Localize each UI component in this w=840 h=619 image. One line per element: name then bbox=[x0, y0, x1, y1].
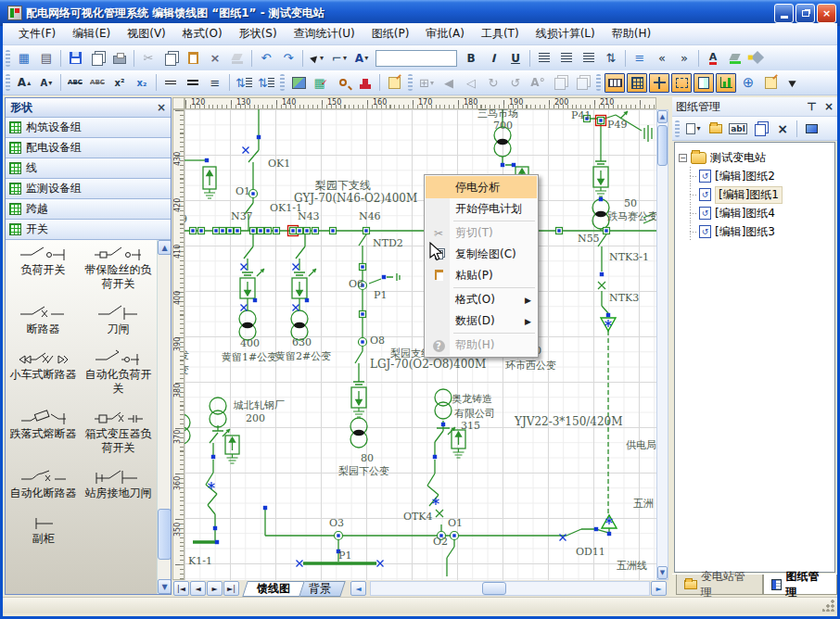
bold-button[interactable]: B bbox=[461, 48, 481, 68]
new-drawing-button[interactable]: ▾ bbox=[683, 119, 704, 138]
ruler-toggle-button[interactable] bbox=[605, 73, 625, 93]
scroll-up-icon[interactable]: ▲ bbox=[158, 240, 171, 255]
text-vertical-button[interactable]: ⇅ bbox=[601, 48, 621, 68]
menu-query-stats[interactable]: 查询统计(U) bbox=[286, 23, 363, 44]
pin-icon[interactable]: ⊤ bbox=[807, 100, 817, 113]
shape-item-auto-load-switch[interactable]: 自动化负荷开关 bbox=[81, 348, 156, 396]
tree-node-drawing4[interactable]: ↺[编辑]图纸4 bbox=[677, 204, 833, 222]
delete-drawing-button[interactable]: × bbox=[772, 119, 793, 138]
toolbar-grip[interactable] bbox=[6, 74, 10, 91]
menu-approval[interactable]: 审批(A) bbox=[417, 23, 473, 44]
chart-toggle-button[interactable] bbox=[716, 73, 736, 93]
indent-decrease-button[interactable]: « bbox=[652, 48, 672, 68]
menu-item-start-outage-plan[interactable]: 开始停电计划 bbox=[426, 198, 537, 220]
close-button[interactable]: × bbox=[817, 4, 836, 23]
pages-toggle-button[interactable] bbox=[694, 73, 714, 93]
shapes-scrollbar[interactable]: ▲ ▼ bbox=[157, 240, 171, 594]
tree-node-drawing2[interactable]: ↺[编辑]图纸2 bbox=[677, 167, 833, 185]
menu-tools[interactable]: 工具(T) bbox=[473, 23, 528, 44]
new-drawing-button[interactable]: ▦ bbox=[14, 48, 34, 68]
menu-line-loss[interactable]: 线损计算(L) bbox=[528, 23, 604, 44]
first-sheet-button[interactable]: |◄ bbox=[173, 581, 189, 596]
toolbar-grip[interactable] bbox=[675, 120, 680, 137]
grid-toggle-button[interactable] bbox=[627, 73, 647, 93]
menu-item-paste[interactable]: 粘贴(P) bbox=[426, 265, 537, 286]
redo-button[interactable]: ↷ bbox=[278, 48, 299, 68]
scroll-down-icon[interactable]: ▼ bbox=[657, 566, 668, 579]
shape-group-structure[interactable]: 构筑设备组 bbox=[6, 118, 171, 138]
v-scroll-thumb[interactable] bbox=[657, 125, 668, 166]
fill-color-button[interactable] bbox=[747, 48, 768, 68]
menu-item-format[interactable]: 格式(O)▶ bbox=[426, 289, 537, 310]
open-drawing-button[interactable] bbox=[706, 119, 726, 138]
next-sheet-button[interactable]: ► bbox=[207, 581, 223, 596]
subscript-button[interactable]: x₂ bbox=[132, 73, 152, 93]
tab-drawing-manager[interactable]: 图纸管理 bbox=[763, 575, 837, 595]
connector-tool-button[interactable]: ⌐▾ bbox=[329, 48, 350, 68]
spacing-increase-button[interactable]: ⇅ bbox=[234, 73, 254, 93]
scroll-down-icon[interactable]: ▼ bbox=[158, 579, 171, 594]
tab-substation-manager[interactable]: 变电站管理 bbox=[676, 575, 763, 595]
underline-button[interactable]: U bbox=[505, 48, 526, 68]
copy-button[interactable] bbox=[160, 48, 181, 68]
shape-item-breaker[interactable]: 断路器 bbox=[6, 303, 81, 336]
restore-button[interactable] bbox=[795, 4, 815, 23]
toolbar-grip[interactable] bbox=[280, 74, 285, 91]
guides-toggle-button[interactable] bbox=[649, 73, 669, 93]
canvas-vertical-scrollbar[interactable]: ▲ ▼ bbox=[656, 109, 668, 580]
shape-item-auto-breaker[interactable]: 自动化断路器 bbox=[6, 467, 81, 500]
title-bar[interactable]: 配电网络可视化管理系统 编辑馈线图 “图纸1” - 测试变电站 × bbox=[0, 0, 840, 26]
pointer-arrow-button[interactable] bbox=[783, 73, 803, 93]
align-right-button[interactable] bbox=[579, 48, 599, 68]
superscript-button[interactable]: x² bbox=[109, 73, 130, 93]
text-tool-button[interactable]: A▾ bbox=[351, 48, 372, 68]
numbering-button[interactable]: ≡ bbox=[630, 48, 650, 68]
italic-button[interactable]: I bbox=[483, 48, 503, 68]
toolbar-grip[interactable] bbox=[6, 50, 10, 67]
pages-button[interactable] bbox=[87, 48, 108, 68]
paste-button[interactable] bbox=[183, 48, 203, 68]
tree-node-station[interactable]: − 测试变电站 bbox=[677, 148, 833, 167]
delete-button[interactable]: × bbox=[205, 48, 225, 68]
align-center-button[interactable] bbox=[556, 48, 577, 68]
selection-toggle-button[interactable] bbox=[671, 73, 692, 93]
line-thick-button[interactable]: ≡ bbox=[205, 73, 225, 93]
properties-button[interactable] bbox=[760, 73, 781, 93]
shape-item-fused-load-switch[interactable]: 带保险丝的负荷开关 bbox=[81, 244, 156, 291]
shapes-close-icon[interactable]: × bbox=[157, 101, 166, 114]
menu-help[interactable]: 帮助(H) bbox=[604, 23, 659, 44]
minimize-button[interactable] bbox=[774, 4, 794, 23]
font-increase-button[interactable]: A▴ bbox=[14, 73, 34, 93]
last-sheet-button[interactable]: ►| bbox=[223, 581, 239, 596]
shape-group-distribution[interactable]: 配电设备组 bbox=[6, 138, 171, 158]
collapse-icon[interactable]: − bbox=[679, 154, 687, 162]
strikethrough-button[interactable]: ABC bbox=[65, 73, 85, 93]
highlight-button[interactable] bbox=[725, 48, 745, 68]
tab-feeder-diagram[interactable]: 馈线图 bbox=[242, 581, 305, 597]
monitor-button[interactable] bbox=[801, 119, 821, 138]
stamp-button[interactable] bbox=[355, 73, 375, 93]
menu-shape[interactable]: 形状(S) bbox=[231, 23, 286, 44]
font-name-combo[interactable] bbox=[375, 50, 457, 67]
shape-group-switch[interactable]: 开关 bbox=[6, 220, 171, 240]
h-scroll-thumb[interactable] bbox=[482, 582, 506, 595]
save-button[interactable] bbox=[65, 48, 85, 68]
shape-item-drop-fuse[interactable]: 跌落式熔断器 bbox=[6, 408, 81, 455]
image-button[interactable] bbox=[288, 73, 309, 93]
shape-item-station-ground-knife[interactable]: 站房接地刀闸 bbox=[81, 467, 156, 500]
table-check-button[interactable]: ▦✓ bbox=[311, 73, 331, 93]
resize-grip[interactable] bbox=[822, 599, 835, 612]
scroll-up-icon[interactable]: ▲ bbox=[657, 110, 668, 123]
tree-node-drawing1[interactable]: ↺[编辑]图纸1 bbox=[677, 185, 833, 204]
shape-group-line[interactable]: 线 bbox=[6, 158, 171, 179]
canvas-horizontal-scrollbar[interactable] bbox=[370, 581, 650, 596]
align-left-button[interactable] bbox=[534, 48, 554, 68]
annotate-button[interactable] bbox=[384, 73, 404, 93]
menu-file[interactable]: 文件(F) bbox=[10, 23, 64, 44]
font-decrease-button[interactable]: A▾ bbox=[36, 73, 57, 93]
toolbar-grip[interactable] bbox=[408, 74, 413, 91]
menu-drawing[interactable]: 图纸(P) bbox=[363, 23, 418, 44]
close-icon[interactable]: × bbox=[824, 100, 834, 113]
line-thin-button[interactable] bbox=[160, 73, 181, 93]
shape-item-trolley-breaker[interactable]: 小车式断路器 bbox=[6, 348, 81, 396]
